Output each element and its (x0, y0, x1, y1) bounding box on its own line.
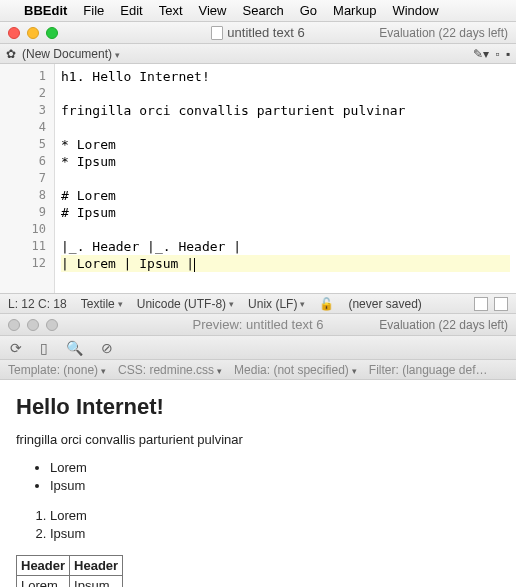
menu-view[interactable]: View (199, 3, 227, 18)
preview-pane: Hello Internet! fringilla orci convallis… (0, 380, 516, 587)
preview-ul: Lorem Ipsum (50, 459, 500, 495)
preview-table: Header Header Lorem Ipsum (16, 555, 123, 587)
status-icon-1[interactable] (474, 297, 488, 311)
editor-pane: 123456789101112 h1. Hello Internet!fring… (0, 64, 516, 294)
reload-icon[interactable]: ⟳ (10, 340, 22, 356)
document-subbar: ✿ (New Document) ✎▾ ▫ ▪ (0, 44, 516, 64)
template-popup[interactable]: Template: (none) (8, 363, 106, 377)
compass-icon[interactable]: ⊘ (101, 340, 113, 356)
cursor-position: L: 12 C: 18 (8, 297, 67, 311)
menu-window[interactable]: Window (392, 3, 438, 18)
filter-popup[interactable]: Filter: (language def… (369, 363, 488, 377)
language-popup[interactable]: Textile (81, 297, 123, 311)
document-popup[interactable]: (New Document) (22, 47, 120, 61)
preview-toolbar: ⟳ ▯ 🔍 ⊘ (0, 336, 516, 360)
status-bar: L: 12 C: 18 Textile Unicode (UTF-8) Unix… (0, 294, 516, 314)
gear-icon[interactable]: ✿ (6, 47, 16, 61)
menubar[interactable]: BBEdit File Edit Text View Search Go Mar… (0, 0, 516, 22)
status-icon-2[interactable] (494, 297, 508, 311)
table-header: Header (70, 556, 123, 576)
tool-icon-1[interactable]: ✎▾ (473, 47, 489, 61)
menu-search[interactable]: Search (243, 3, 284, 18)
preview-paragraph: fringilla orci convallis parturient pulv… (16, 432, 500, 447)
window-title: untitled text 6 (0, 25, 516, 40)
menu-edit[interactable]: Edit (120, 3, 142, 18)
menu-bbedit[interactable]: BBEdit (24, 3, 67, 18)
table-cell: Ipsum (70, 576, 123, 588)
table-row: Lorem Ipsum (17, 576, 123, 588)
menu-markup[interactable]: Markup (333, 3, 376, 18)
lock-icon[interactable]: 🔓 (319, 297, 334, 311)
menu-text[interactable]: Text (159, 3, 183, 18)
tool-icon-3[interactable]: ▪ (506, 47, 510, 61)
list-item: Lorem (50, 459, 500, 477)
menu-go[interactable]: Go (300, 3, 317, 18)
menu-file[interactable]: File (83, 3, 104, 18)
list-item: Lorem (50, 507, 500, 525)
code-area[interactable]: h1. Hello Internet!fringilla orci conval… (55, 64, 516, 293)
table-cell: Lorem (17, 576, 70, 588)
preview-titlebar: Preview: untitled text 6 Evaluation (22 … (0, 314, 516, 336)
css-popup[interactable]: CSS: redmine.css (118, 363, 222, 377)
title-text: untitled text 6 (227, 25, 304, 40)
search-icon[interactable]: 🔍 (66, 340, 83, 356)
list-item: Ipsum (50, 477, 500, 495)
document-icon (211, 26, 223, 40)
table-row: Header Header (17, 556, 123, 576)
encoding-popup[interactable]: Unicode (UTF-8) (137, 297, 234, 311)
tool-icon-2[interactable]: ▫ (495, 47, 499, 61)
document-icon[interactable]: ▯ (40, 340, 48, 356)
list-item: Ipsum (50, 525, 500, 543)
table-header: Header (17, 556, 70, 576)
preview-ol: Lorem Ipsum (50, 507, 500, 543)
media-popup[interactable]: Media: (not specified) (234, 363, 357, 377)
preview-heading: Hello Internet! (16, 394, 500, 420)
line-gutter: 123456789101112 (0, 64, 55, 293)
preview-filters: Template: (none) CSS: redmine.css Media:… (0, 360, 516, 380)
preview-title: Preview: untitled text 6 (0, 317, 516, 332)
saved-status: (never saved) (348, 297, 421, 311)
window-titlebar: untitled text 6 Evaluation (22 days left… (0, 22, 516, 44)
lineending-popup[interactable]: Unix (LF) (248, 297, 305, 311)
